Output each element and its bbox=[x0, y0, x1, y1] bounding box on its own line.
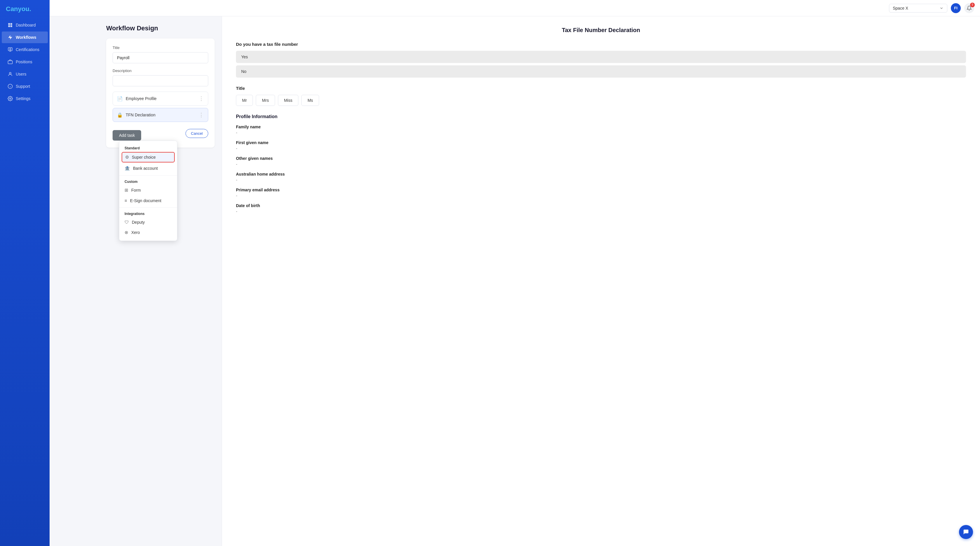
field-family-name: Family name - bbox=[236, 124, 966, 135]
svg-rect-0 bbox=[8, 23, 10, 25]
title-question-label: Title bbox=[236, 86, 966, 91]
task-doc-icon: 📄 bbox=[117, 96, 123, 102]
user-avatar[interactable]: FI bbox=[951, 3, 961, 13]
add-task-container: Add task Cancel Standard ⚙ Super choice … bbox=[113, 126, 208, 140]
svg-marker-4 bbox=[8, 35, 12, 40]
sidebar-item-support[interactable]: Support bbox=[2, 81, 48, 92]
profile-info-title: Profile Information bbox=[236, 114, 966, 119]
task-tfn-declaration[interactable]: 🔒 TFN Declaration ⋮ bbox=[113, 108, 208, 122]
space-selector[interactable]: Space X bbox=[889, 4, 947, 13]
svg-rect-1 bbox=[11, 23, 12, 25]
add-task-dropdown: Standard ⚙ Super choice 🏦 Bank account C… bbox=[119, 140, 177, 241]
dropdown-form[interactable]: ⊞ Form bbox=[119, 185, 177, 196]
task-lock-icon: 🔒 bbox=[117, 112, 123, 118]
svg-rect-5 bbox=[8, 48, 12, 51]
title-input[interactable] bbox=[113, 52, 208, 63]
bank-account-icon: 🏦 bbox=[124, 166, 130, 171]
dropdown-super-choice[interactable]: ⚙ Super choice bbox=[122, 152, 175, 162]
title-mr-button[interactable]: Mr bbox=[236, 95, 253, 106]
tax-question-label: Do you have a tax file number bbox=[236, 42, 966, 47]
task-label-tfn: TFN Declaration bbox=[126, 113, 196, 117]
dropdown-divider-2 bbox=[119, 207, 177, 208]
title-miss-button[interactable]: Miss bbox=[278, 95, 299, 106]
sidebar-nav: Dashboard Workflows Certifications Posit… bbox=[0, 19, 49, 104]
esign-icon: ≡ bbox=[124, 198, 127, 203]
app-logo: Canyou. bbox=[0, 0, 49, 19]
title-mrs-button[interactable]: Mrs bbox=[256, 95, 275, 106]
field-email-address: Primary email address - bbox=[236, 188, 966, 198]
super-choice-icon: ⚙ bbox=[125, 154, 129, 160]
task-menu-tfn[interactable]: ⋮ bbox=[199, 112, 204, 118]
sidebar: Canyou. Dashboard Workflows Certificatio… bbox=[0, 0, 49, 546]
description-label: Description bbox=[113, 68, 208, 73]
sidebar-item-workflows[interactable]: Workflows bbox=[2, 32, 48, 43]
workflow-form-card: Title Description 📄 Employee Profile ⋮ 🔒… bbox=[106, 38, 215, 148]
dropdown-esign[interactable]: ≡ E-Sign document bbox=[119, 196, 177, 205]
dropdown-bank-account[interactable]: 🏦 Bank account bbox=[119, 163, 177, 174]
svg-point-10 bbox=[10, 98, 11, 99]
chat-fab-button[interactable] bbox=[959, 525, 973, 539]
main-content: Workflow Design Title Description 📄 Empl… bbox=[99, 16, 980, 546]
field-date-of-birth: Date of birth - bbox=[236, 203, 966, 214]
topbar: Space X FI 9 bbox=[49, 0, 980, 16]
task-menu-employee-profile[interactable]: ⋮ bbox=[199, 96, 204, 102]
field-other-given-names: Other given names - bbox=[236, 156, 966, 167]
standard-section-label: Standard bbox=[119, 144, 177, 151]
deputy-icon: 🛡 bbox=[124, 220, 129, 224]
tax-no-button[interactable]: No bbox=[236, 65, 966, 78]
preview-title: Tax File Number Declaration bbox=[236, 27, 966, 33]
right-panel: Tax File Number Declaration Do you have … bbox=[222, 16, 980, 546]
profile-info-section: Profile Information Family name - First … bbox=[236, 114, 966, 214]
sidebar-item-certifications[interactable]: Certifications bbox=[2, 44, 48, 56]
svg-point-6 bbox=[10, 48, 11, 50]
xero-icon: ⊗ bbox=[124, 230, 128, 235]
svg-point-8 bbox=[10, 72, 11, 74]
sidebar-item-dashboard[interactable]: Dashboard bbox=[2, 19, 48, 31]
cancel-button[interactable]: Cancel bbox=[186, 129, 208, 138]
integrations-section-label: Integrations bbox=[119, 209, 177, 217]
task-label-employee-profile: Employee Profile bbox=[126, 96, 196, 101]
notification-badge: 9 bbox=[970, 3, 975, 7]
left-panel: Workflow Design Title Description 📄 Empl… bbox=[99, 16, 222, 546]
custom-section-label: Custom bbox=[119, 177, 177, 185]
title-section: Title Mr Mrs Miss Ms bbox=[236, 86, 966, 106]
svg-rect-3 bbox=[11, 25, 12, 27]
sidebar-item-settings[interactable]: Settings bbox=[2, 93, 48, 104]
notifications-button[interactable]: 9 bbox=[964, 3, 974, 13]
svg-rect-7 bbox=[8, 60, 13, 64]
sidebar-item-users[interactable]: Users bbox=[2, 68, 48, 80]
title-options-group: Mr Mrs Miss Ms bbox=[236, 95, 966, 106]
tax-question-section: Do you have a tax file number Yes No bbox=[236, 42, 966, 78]
dropdown-deputy[interactable]: 🛡 Deputy bbox=[119, 217, 177, 227]
field-home-address: Australian home address - bbox=[236, 172, 966, 182]
description-input[interactable] bbox=[113, 75, 208, 86]
form-icon: ⊞ bbox=[124, 188, 128, 193]
field-first-given-name: First given name - bbox=[236, 140, 966, 151]
title-label: Title bbox=[113, 46, 208, 50]
page-title: Workflow Design bbox=[106, 24, 215, 32]
tax-yes-button[interactable]: Yes bbox=[236, 51, 966, 63]
task-employee-profile[interactable]: 📄 Employee Profile ⋮ bbox=[113, 92, 208, 105]
dropdown-xero[interactable]: ⊗ Xero bbox=[119, 227, 177, 238]
title-ms-button[interactable]: Ms bbox=[301, 95, 319, 106]
sidebar-item-positions[interactable]: Positions bbox=[2, 56, 48, 68]
svg-rect-2 bbox=[8, 25, 10, 27]
add-task-button[interactable]: Add task bbox=[113, 130, 141, 140]
